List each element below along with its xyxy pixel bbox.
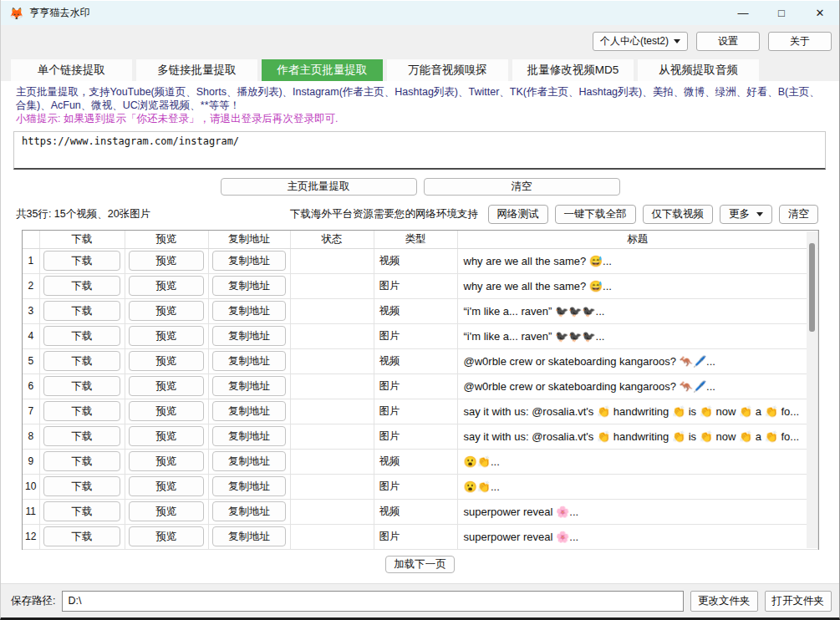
tab-extract-audio[interactable]: 从视频提取音频: [638, 59, 759, 81]
scrollbar-thumb[interactable]: [809, 243, 815, 332]
table-scrollbar[interactable]: [807, 231, 817, 548]
row-copy-button[interactable]: 复制地址: [212, 476, 286, 496]
main-panel: 主页批量提取，支持YouTube(频道页、Shorts、播放列表)、Instag…: [1, 81, 839, 583]
row-title: why are we all the same? 😅...: [457, 248, 818, 273]
row-preview-button[interactable]: 预览: [129, 276, 204, 296]
row-type: 图片: [374, 374, 457, 399]
feature-description: 主页批量提取，支持YouTube(频道页、Shorts、播放列表)、Instag…: [16, 86, 826, 126]
row-copy-button[interactable]: 复制地址: [212, 451, 286, 471]
row-preview-button[interactable]: 预览: [129, 351, 204, 371]
table-row: 2 下载 预览 复制地址 图片 why are we all the same?…: [23, 273, 818, 298]
change-folder-button[interactable]: 更改文件夹: [690, 591, 758, 612]
window-controls: — □ ✕: [724, 1, 839, 25]
row-title: 😮👏...: [457, 474, 818, 499]
row-status: [290, 273, 374, 298]
save-path-input[interactable]: [62, 591, 684, 612]
row-download-button[interactable]: 下载: [43, 401, 120, 421]
app-window: 🦊 亨亨猫去水印 — □ ✕ 个人中心(test2) 设置 关于 单个链接提取 …: [0, 0, 840, 620]
tab-sniffer[interactable]: 万能音视频嗅探: [387, 59, 508, 81]
row-number: 2: [23, 273, 39, 298]
primary-actions: 主页批量提取 清空: [1, 178, 839, 196]
table-row: 4 下载 预览 复制地址 图片 “i'm like a... raven” 🐦‍…: [23, 323, 818, 348]
table-row: 7 下载 预览 复制地址 图片 say it with us: @rosalia…: [23, 399, 818, 424]
result-summary: 共35行: 15个视频、20张图片: [16, 207, 290, 221]
row-type: 视频: [374, 298, 457, 323]
row-type: 视频: [374, 348, 457, 374]
row-copy-button[interactable]: 复制地址: [212, 426, 286, 446]
maximize-button[interactable]: □: [762, 1, 801, 25]
row-type: 视频: [374, 449, 457, 474]
row-status: [290, 499, 374, 524]
chevron-down-icon: [756, 212, 763, 216]
description-text: 主页批量提取，支持YouTube(频道页、Shorts、播放列表)、Instag…: [16, 86, 826, 112]
more-dropdown-button[interactable]: 更多: [720, 205, 772, 224]
row-status: [290, 323, 374, 348]
tab-author-homepage[interactable]: 作者主页批量提取: [262, 59, 383, 81]
row-download-button[interactable]: 下载: [43, 451, 120, 471]
tab-md5[interactable]: 批量修改视频MD5: [512, 59, 634, 81]
row-preview-button[interactable]: 预览: [129, 426, 204, 446]
url-input[interactable]: https://www.instagram.com/instagram/: [13, 131, 826, 170]
row-title: “i'm like a... raven” 🐦‍⬛🐦‍⬛🐦‍⬛...: [457, 298, 818, 323]
save-path-label: 保存路径:: [11, 594, 55, 608]
row-copy-button[interactable]: 复制地址: [212, 501, 286, 521]
row-download-button[interactable]: 下载: [43, 301, 120, 321]
tab-single-link[interactable]: 单个链接提取: [11, 59, 132, 81]
row-download-button[interactable]: 下载: [43, 426, 120, 446]
clear-table-button[interactable]: 清空: [779, 205, 818, 224]
close-button[interactable]: ✕: [801, 1, 839, 25]
row-status: [290, 348, 374, 374]
table-row: 5 下载 预览 复制地址 视频 @w0rble crew or skateboa…: [23, 348, 818, 374]
row-download-button[interactable]: 下载: [43, 326, 120, 346]
status-buttons: 网络测试 一键下载全部 仅下载视频 更多 清空: [488, 205, 819, 224]
row-title: superpower reveal 🌸...: [457, 524, 818, 549]
row-preview-button[interactable]: 预览: [129, 376, 204, 396]
download-videos-only-button[interactable]: 仅下载视频: [643, 205, 714, 224]
row-copy-button[interactable]: 复制地址: [212, 526, 286, 546]
row-title: say it with us: @rosalia.vt's 👏 handwrit…: [457, 424, 818, 449]
row-download-button[interactable]: 下载: [43, 476, 120, 496]
row-download-button[interactable]: 下载: [43, 351, 120, 371]
app-icon: 🦊: [9, 7, 23, 20]
load-next-page-button[interactable]: 加载下一页: [385, 556, 455, 573]
row-preview-button[interactable]: 预览: [129, 501, 204, 521]
row-title: 😮👏...: [457, 449, 818, 474]
download-all-button[interactable]: 一键下载全部: [555, 205, 636, 224]
row-download-button[interactable]: 下载: [43, 276, 120, 296]
row-download-button[interactable]: 下载: [43, 526, 120, 546]
row-copy-button[interactable]: 复制地址: [212, 301, 286, 321]
tab-multi-link[interactable]: 多链接批量提取: [136, 59, 257, 81]
row-number: 8: [23, 424, 39, 449]
row-preview-button[interactable]: 预览: [129, 476, 204, 496]
row-copy-button[interactable]: 复制地址: [212, 401, 286, 421]
row-type: 图片: [374, 524, 457, 549]
row-preview-button[interactable]: 预览: [129, 301, 204, 321]
about-button[interactable]: 关于: [768, 32, 832, 51]
row-download-button[interactable]: 下载: [43, 501, 120, 521]
row-preview-button[interactable]: 预览: [129, 326, 204, 346]
row-title: @w0rble crew or skateboarding kangaroos?…: [457, 374, 818, 399]
row-copy-button[interactable]: 复制地址: [212, 276, 286, 296]
row-preview-button[interactable]: 预览: [129, 401, 204, 421]
minimize-button[interactable]: —: [724, 1, 762, 25]
clear-input-button[interactable]: 清空: [424, 178, 620, 196]
row-type: 图片: [374, 323, 457, 348]
row-status: [290, 474, 374, 499]
user-center-dropdown[interactable]: 个人中心(test2): [593, 32, 688, 51]
row-status: [290, 524, 374, 549]
extract-homepage-button[interactable]: 主页批量提取: [221, 178, 417, 196]
row-copy-button[interactable]: 复制地址: [212, 326, 286, 346]
row-copy-button[interactable]: 复制地址: [212, 251, 286, 271]
row-preview-button[interactable]: 预览: [129, 251, 204, 271]
open-folder-button[interactable]: 打开文件夹: [765, 591, 832, 612]
row-download-button[interactable]: 下载: [43, 376, 120, 396]
row-number: 4: [23, 323, 39, 348]
network-test-button[interactable]: 网络测试: [488, 205, 548, 224]
row-copy-button[interactable]: 复制地址: [212, 351, 286, 371]
more-label: 更多: [729, 207, 750, 221]
row-preview-button[interactable]: 预览: [129, 451, 204, 471]
row-preview-button[interactable]: 预览: [129, 526, 204, 546]
row-copy-button[interactable]: 复制地址: [212, 376, 286, 396]
row-download-button[interactable]: 下载: [43, 251, 120, 271]
settings-button[interactable]: 设置: [696, 32, 760, 51]
